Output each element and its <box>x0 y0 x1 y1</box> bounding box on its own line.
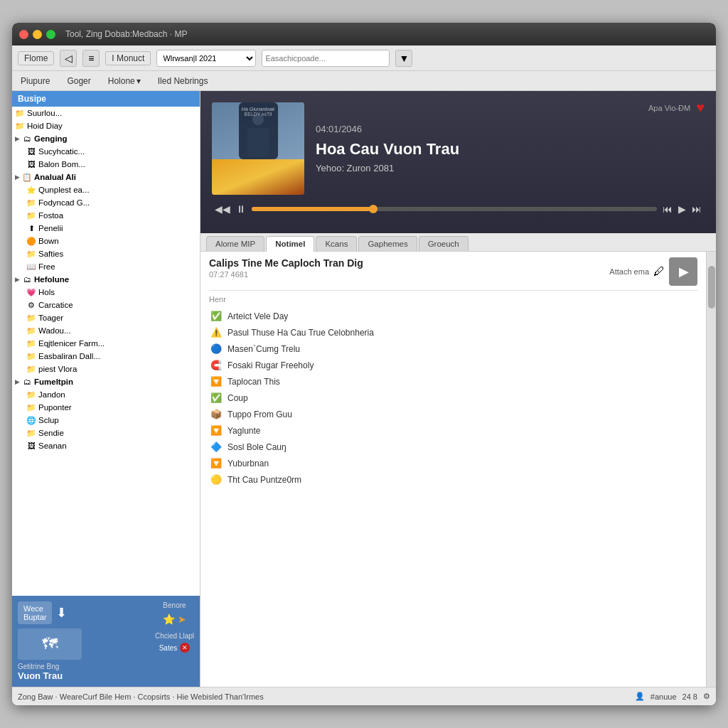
sidebar-item-bown[interactable]: 🟠 Bown <box>12 235 200 247</box>
sidebar-item-genging[interactable]: ▶ 🗂 Genging <box>12 132 200 145</box>
track-name-1: Pasul Thuse Ha Cau True Celobnheria <box>228 328 696 338</box>
nav-item-piupure[interactable]: Piupure <box>18 76 53 86</box>
search-input[interactable] <box>262 50 390 67</box>
play-large-button[interactable] <box>669 257 697 286</box>
track-item-6[interactable]: 📦 Tuppo From Guu <box>209 406 697 422</box>
location-name: Vuon Trau <box>18 670 149 681</box>
titlebar: Tool, Zing Dobab:Medbach · MP <box>12 23 716 46</box>
minimize-button[interactable] <box>33 30 42 39</box>
forward-icon[interactable]: ≡ <box>82 50 100 67</box>
nav-item-goger[interactable]: Goger <box>64 76 93 86</box>
sidebar-item-free[interactable]: 📖 Free <box>12 260 200 273</box>
navbar: Piupure Goger Holone ▾ Iled Nebrings <box>12 71 716 91</box>
sidebar-item-hols[interactable]: 💗 Hols <box>12 286 200 299</box>
folder-icon: 📁 <box>26 326 36 336</box>
sidebar-item-easbaliran[interactable]: 📁 Easbaliran Dall... <box>12 350 200 363</box>
statusbar-user-icon: 👤 <box>635 692 645 701</box>
sidebar-item-qunplest[interactable]: ⭐ Qunplest ea... <box>12 183 200 196</box>
sidebar-item-puponter[interactable]: 📁 Puponter <box>12 401 200 414</box>
track-item-5[interactable]: ✅ Coup <box>209 390 697 406</box>
track-icon-1: ⚠️ <box>210 327 222 338</box>
arrow-icon[interactable]: ➤ <box>178 614 186 625</box>
folder-icon: 📁 <box>26 198 36 208</box>
search-icon[interactable]: ▼ <box>395 50 412 67</box>
sidebar-item-seanan[interactable]: 🖼 Seanan <box>12 439 200 452</box>
folder-special3-icon: 🗂 <box>22 274 32 284</box>
expand-icon: ▶ <box>15 276 20 283</box>
folder-icon: 📁 <box>15 108 25 118</box>
play-button[interactable]: ▶ <box>678 203 686 215</box>
folder-icon: 📁 <box>26 428 36 438</box>
sidebar-item-fostoa[interactable]: 📁 Fostoa <box>12 209 200 222</box>
sidebar-item-fodyncad[interactable]: 📁 Fodyncad G... <box>12 196 200 209</box>
track-icon-6: 📦 <box>210 409 222 419</box>
player-label: Apa Vio-ĐM <box>648 104 690 112</box>
rewind-button[interactable]: ◀◀ <box>215 203 230 215</box>
back-icon[interactable]: ◁ <box>60 50 77 67</box>
track-name-8: Sosl Bole Cauŋ <box>228 442 696 452</box>
player: Apa Vio-ĐM ♥ <box>200 91 716 233</box>
sidebar-item-sclup[interactable]: 🌐 Sclup <box>12 414 200 427</box>
track-item-1[interactable]: ⚠️ Pasul Thuse Ha Cau True Celobnheria <box>209 324 697 341</box>
track-name-6: Tuppo From Guu <box>228 410 696 419</box>
sidebar-item-fumeltpin[interactable]: ▶ 🗂 Fumeltpin <box>12 375 200 388</box>
track-item-8[interactable]: 🔷 Sosl Bole Cauŋ <box>209 439 697 455</box>
sidebar-item-sendie[interactable]: 📁 Sendie <box>12 427 200 439</box>
nav-item-nebrings[interactable]: Iled Nebrings <box>155 76 211 86</box>
sidebar-bottom-left: WeceBuptar ⬇ 🗺 Getitrine Bng Vuon Trau <box>18 601 149 681</box>
skip-prev-button[interactable]: ⏮ <box>663 203 673 215</box>
close-button[interactable] <box>19 30 28 39</box>
track-item-2[interactable]: 🔵 Masen`Cumg Trelu <box>209 341 697 357</box>
file-heart-icon: 💗 <box>26 287 36 297</box>
track-item-7[interactable]: 🔽 Yaglunte <box>209 422 697 439</box>
scroll-thumb[interactable] <box>708 266 715 309</box>
album-line2: BELDY∧sTll <box>216 112 300 117</box>
maximize-button[interactable] <box>46 30 55 39</box>
pause-button[interactable]: ⏸ <box>236 203 246 215</box>
home-button[interactable]: Flome <box>18 51 54 65</box>
track-item-0[interactable]: ✅ Arteict Vele Day <box>209 308 697 324</box>
file-gear-icon: ⚙ <box>26 300 36 310</box>
skip-next-button[interactable]: ⏭ <box>692 203 702 215</box>
sidebar-item-eqjtlenicer[interactable]: 📁 Eqjtlenicer Farm... <box>12 337 200 350</box>
player-song: Hoa Cau Vuon Trau <box>316 140 705 159</box>
track-item-3[interactable]: 🧲 Fosaki Rugar Freeholy <box>209 357 697 373</box>
sidebar-item-wadou[interactable]: 📁 Wadou... <box>12 324 200 337</box>
sidebar-item-penelii[interactable]: ⬆ Penelii <box>12 222 200 235</box>
tab-groeuch[interactable]: Groeuch <box>419 236 469 251</box>
track-item-4[interactable]: 🔽 Taplocan This <box>209 373 697 390</box>
track-icon-7: 🔽 <box>210 425 222 436</box>
tab-notimel[interactable]: Notimel <box>266 236 314 252</box>
statusbar-time: 24 8 <box>682 692 697 701</box>
sidebar-item-piest[interactable]: 📁 piest Vlora <box>12 363 200 375</box>
sidebar-item-analual[interactable]: ▶ 📋 Analual Ali <box>12 171 200 183</box>
scrollbar-y[interactable] <box>706 252 716 687</box>
album-art: Ha Giunanloak BELDY∧sTll <box>212 102 304 195</box>
track-icon-10: 🟡 <box>210 474 222 485</box>
year-dropdown[interactable]: Wlrwsan|l 2021 <box>156 50 256 67</box>
sidebar-item-toager[interactable]: 📁 Toager <box>12 311 200 324</box>
track-item-9[interactable]: 🔽 Yuburbnan <box>209 455 697 471</box>
monuct-button[interactable]: I Monuct <box>105 51 151 65</box>
track-item-10[interactable]: 🟡 Tht Cau Puntze0rm <box>209 471 697 488</box>
sidebar-item-jandon[interactable]: 📁 Jandon <box>12 388 200 401</box>
tab-gaphemes[interactable]: Gaphemes <box>358 236 417 251</box>
window-title: Tool, Zing Dobab:Medbach · MP <box>65 29 709 39</box>
tab-alome-mip[interactable]: Alome MIP <box>206 236 264 251</box>
sidebar-item-suurlou[interactable]: 📁 Suurlou... <box>12 107 200 119</box>
sidebar-item-hefolune[interactable]: ▶ 🗂 Hefolune <box>12 273 200 286</box>
progress-bar[interactable] <box>252 207 657 211</box>
divider <box>209 290 697 291</box>
sidebar-item-safties[interactable]: 📁 Safties <box>12 247 200 260</box>
folder-icon: 📁 <box>26 210 36 220</box>
sidebar-item-hoid-diay[interactable]: 📁 Hoid Diay <box>12 119 200 132</box>
player-controls: ◀◀ ⏸ ⏮ ▶ ⏭ <box>212 203 705 215</box>
nav-down-arrow[interactable]: ⬇ <box>56 605 67 621</box>
nav-item-holone[interactable]: Holone ▾ <box>105 76 144 86</box>
sidebar-item-sucyhcatic[interactable]: 🖼 Sucyhcatic... <box>12 145 200 158</box>
star-icon[interactable]: ⭐ <box>163 614 175 625</box>
favorite-icon[interactable]: ♥ <box>696 100 705 116</box>
tab-kcans[interactable]: Kcans <box>316 236 357 251</box>
sidebar-item-carcatice[interactable]: ⚙ Carcatice <box>12 299 200 311</box>
sidebar-item-balon[interactable]: 🖼 Balon Bom... <box>12 158 200 171</box>
